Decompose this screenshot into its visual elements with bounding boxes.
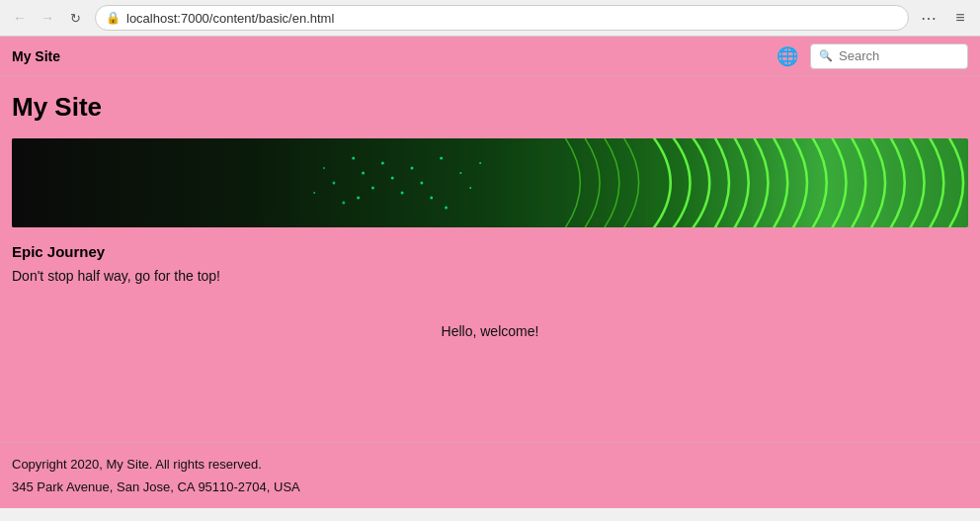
svg-point-1 bbox=[352, 157, 355, 160]
svg-point-13 bbox=[459, 172, 461, 174]
site-header: My Site 🌐 🔍 bbox=[0, 37, 980, 76]
svg-point-5 bbox=[381, 162, 384, 165]
browser-chrome: ← → ↻ 🔒 localhost:7000/content/basic/en.… bbox=[0, 0, 980, 37]
svg-point-3 bbox=[371, 187, 374, 190]
search-input[interactable] bbox=[839, 48, 959, 63]
search-box[interactable]: 🔍 bbox=[810, 43, 968, 69]
header-right: 🌐 🔍 bbox=[776, 43, 968, 69]
welcome-text: Hello, welcome! bbox=[12, 323, 968, 339]
svg-point-7 bbox=[401, 192, 404, 195]
site-footer: Copyright 2020, My Site. All rights rese… bbox=[0, 442, 980, 508]
svg-point-6 bbox=[391, 177, 394, 180]
svg-point-18 bbox=[323, 167, 325, 169]
svg-point-11 bbox=[440, 157, 443, 160]
svg-point-8 bbox=[410, 167, 413, 170]
globe-icon[interactable]: 🌐 bbox=[776, 45, 798, 67]
section-title: Epic Journey bbox=[12, 243, 968, 260]
site-title-nav[interactable]: My Site bbox=[12, 48, 60, 64]
search-icon: 🔍 bbox=[819, 49, 833, 62]
svg-point-9 bbox=[420, 182, 423, 185]
svg-point-16 bbox=[332, 182, 335, 185]
main-content: My Site bbox=[0, 76, 980, 442]
svg-point-15 bbox=[479, 162, 481, 164]
svg-point-12 bbox=[445, 207, 448, 210]
url-text: localhost:7000/content/basic/en.html bbox=[126, 11, 334, 26]
security-icon: 🔒 bbox=[106, 11, 121, 25]
section-body: Don't stop half way, go for the top! bbox=[12, 268, 968, 284]
more-options-button[interactable]: ⋯ bbox=[917, 6, 940, 30]
address-bar[interactable]: 🔒 localhost:7000/content/basic/en.html bbox=[95, 5, 909, 31]
svg-point-4 bbox=[357, 197, 360, 200]
page-heading: My Site bbox=[12, 92, 968, 123]
footer-copyright: Copyright 2020, My Site. All rights rese… bbox=[12, 457, 968, 472]
browser-menu-button[interactable]: ≡ bbox=[948, 6, 972, 30]
refresh-button[interactable]: ↻ bbox=[63, 6, 87, 30]
footer-address: 345 Park Avenue, San Jose, CA 95110-2704… bbox=[12, 479, 968, 494]
svg-point-19 bbox=[313, 192, 315, 194]
svg-point-17 bbox=[342, 202, 345, 205]
back-button[interactable]: ← bbox=[8, 6, 32, 30]
svg-point-10 bbox=[430, 197, 433, 200]
hero-banner bbox=[12, 138, 968, 227]
browser-toolbar: ← → ↻ 🔒 localhost:7000/content/basic/en.… bbox=[0, 0, 980, 36]
svg-rect-0 bbox=[12, 138, 968, 227]
forward-button[interactable]: → bbox=[36, 6, 59, 30]
svg-point-2 bbox=[362, 172, 365, 175]
nav-buttons: ← → ↻ bbox=[8, 6, 87, 30]
svg-point-14 bbox=[469, 187, 471, 189]
